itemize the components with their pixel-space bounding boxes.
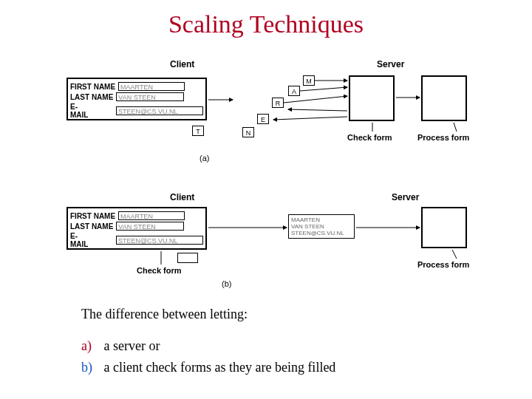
process-form-box-b [421, 207, 467, 248]
input-email-a: STEEN@CS.VU.NL [116, 106, 203, 115]
svg-line-4 [288, 109, 347, 111]
client-heading-b: Client [170, 192, 194, 202]
label-first-a: FIRST NAME [70, 83, 115, 91]
svg-line-3 [284, 96, 347, 103]
page-title: Scaling Techniques [0, 10, 532, 38]
sent-form-box: MAARTEN VAN STEEN STEEN@CS.VU.NL [288, 214, 355, 239]
check-label-a: Check form [347, 133, 392, 142]
option-a-text: a server or [104, 338, 160, 353]
input-email-b: STEEN@CS.VU.NL [116, 236, 203, 245]
svg-line-8 [454, 123, 457, 132]
option-a: a) a server or [81, 338, 335, 354]
client-form-b: FIRST NAME MAARTEN LAST NAME VAN STEEN E… [66, 207, 207, 250]
option-list: a) a server or b) a client check forms a… [81, 332, 335, 381]
letter-a: A [288, 86, 300, 96]
letter-e: E [257, 114, 269, 124]
label-email-a: E-MAIL [70, 103, 95, 119]
server-heading-a: Server [377, 59, 404, 69]
diagram-a: Client Server FIRST NAME MAARTEN LAST NA… [66, 59, 480, 177]
input-last-b: VAN STEEN [116, 222, 184, 231]
sent-email: STEEN@CS.VU.NL [291, 230, 352, 236]
label-last-b: LAST NAME [70, 222, 113, 231]
process-label-b: Process form [417, 260, 469, 269]
check-label-b: Check form [137, 266, 182, 275]
process-label-a: Process form [417, 133, 469, 142]
input-first-a: MAARTEN [118, 82, 185, 91]
cursor-box-a: T [192, 126, 204, 136]
client-form-a: FIRST NAME MAARTEN LAST NAME VAN STEEN E… [66, 78, 207, 120]
option-a-marker: a) [81, 338, 100, 354]
input-first-b: MAARTEN [118, 211, 185, 220]
option-b-text: a client check forms as they are being f… [104, 360, 336, 375]
intro-text: The difference between letting: [81, 307, 248, 322]
caption-b: (b) [222, 279, 231, 288]
cursor-box-b [177, 253, 198, 263]
label-first-b: FIRST NAME [70, 212, 115, 220]
caption-a: (a) [200, 154, 209, 163]
input-last-a: VAN STEEN [116, 92, 184, 101]
svg-line-12 [452, 250, 457, 259]
client-heading-a: Client [170, 59, 194, 69]
option-b-marker: b) [81, 360, 100, 375]
sent-first: MAARTEN [291, 216, 352, 223]
check-form-box-a [349, 75, 395, 121]
svg-line-2 [300, 87, 347, 91]
letter-r: R [272, 98, 284, 108]
option-b: b) a client check forms as they are bein… [81, 360, 335, 375]
letter-n: N [242, 127, 254, 137]
process-form-box-a [421, 75, 467, 121]
label-last-a: LAST NAME [70, 93, 113, 101]
letter-m: M [303, 75, 315, 86]
sent-last: VAN STEEN [291, 223, 352, 230]
server-heading-b: Server [392, 192, 419, 202]
diagram-b: Client Server FIRST NAME MAARTEN LAST NA… [66, 192, 480, 296]
svg-line-5 [273, 117, 347, 120]
label-email-b: E-MAIL [70, 232, 95, 248]
